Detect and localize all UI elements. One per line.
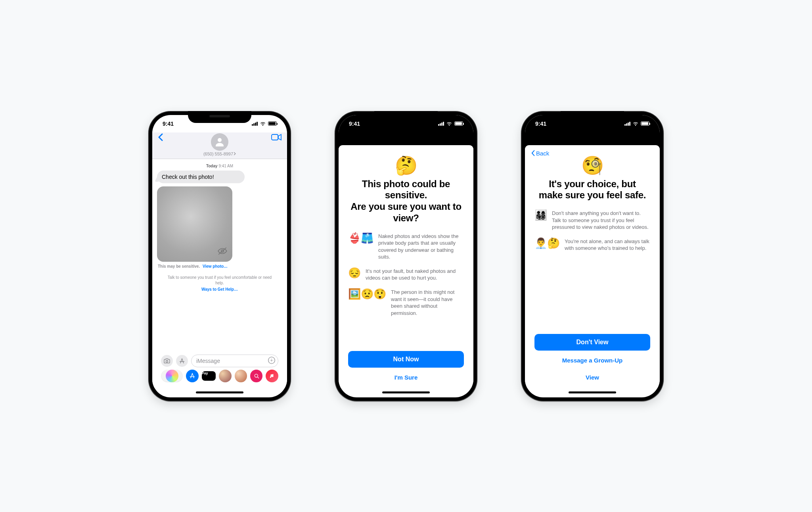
counselor-icon: 👨‍💼🤔 bbox=[534, 238, 560, 248]
monocle-face-icon: 🧐 bbox=[534, 155, 650, 176]
sheet-title: It's your choice, but make sure you feel… bbox=[536, 178, 649, 201]
iphone-device-your-choice: 9:41 Back 🧐 It's your choice, but make s… bbox=[521, 111, 664, 401]
wifi-icon bbox=[446, 121, 452, 126]
cellular-signal-icon bbox=[438, 122, 444, 126]
app-tray-handle[interactable] bbox=[161, 370, 183, 382]
home-indicator[interactable] bbox=[525, 388, 660, 397]
svg-marker-1 bbox=[278, 134, 281, 140]
svg-line-11 bbox=[192, 373, 194, 378]
eye-off-icon bbox=[217, 247, 228, 257]
swimwear-icon: 👙🩳 bbox=[348, 233, 373, 243]
svg-line-10 bbox=[191, 373, 192, 378]
your-choice-sheet: Back 🧐 It's your choice, but make sure y… bbox=[525, 145, 660, 388]
app-drawer-button[interactable] bbox=[176, 355, 188, 367]
svg-point-2 bbox=[218, 138, 222, 142]
status-bar: 9:41 bbox=[152, 115, 287, 132]
info-point: 👨‍👩‍👧‍👦 Don't share anything you don't w… bbox=[534, 210, 650, 231]
sheet-title: This photo could be sensitive. Are you s… bbox=[350, 178, 462, 224]
info-point: 🖼️😟😲 The person in this might not want i… bbox=[348, 289, 464, 316]
dictation-button[interactable] bbox=[268, 356, 276, 365]
help-block: Talk to someone you trust if you feel un… bbox=[163, 275, 276, 292]
ways-to-get-help-link[interactable]: Ways to Get Help… bbox=[163, 287, 276, 292]
status-time: 9:41 bbox=[349, 121, 360, 127]
iphone-device-sensitive-confirm: 9:41 🤔 This photo could be sensitive. Ar… bbox=[335, 111, 477, 401]
back-button[interactable] bbox=[158, 133, 163, 143]
im-sure-button[interactable]: I'm Sure bbox=[348, 370, 464, 385]
chevron-right-icon bbox=[234, 152, 236, 155]
app-store-icon[interactable] bbox=[186, 370, 198, 382]
status-time: 9:41 bbox=[163, 121, 174, 127]
incoming-message-bubble: Check out this photo! bbox=[157, 171, 245, 183]
home-indicator[interactable] bbox=[339, 388, 473, 397]
memoji-app-icon-2[interactable] bbox=[235, 370, 247, 382]
cellular-signal-icon bbox=[252, 122, 258, 126]
wifi-icon bbox=[260, 121, 266, 126]
back-button[interactable]: Back bbox=[531, 150, 549, 157]
app-strip[interactable]: Pay bbox=[161, 368, 278, 384]
sensitive-confirm-sheet: 🤔 This photo could be sensitive. Are you… bbox=[339, 145, 473, 388]
view-photo-link[interactable]: View photo… bbox=[203, 264, 228, 268]
apple-pay-icon[interactable]: Pay bbox=[202, 371, 216, 381]
status-bar: 9:41 bbox=[339, 115, 473, 132]
view-button[interactable]: View bbox=[534, 370, 650, 385]
camera-button[interactable] bbox=[161, 355, 173, 367]
iphone-device-messages: 9:41 (650) 555-8997 bbox=[148, 111, 291, 401]
battery-icon bbox=[268, 121, 277, 126]
wifi-icon bbox=[632, 121, 639, 126]
contact-avatar[interactable] bbox=[211, 133, 228, 151]
info-point: 👨‍💼🤔 You're not alone, and can always ta… bbox=[534, 238, 650, 252]
memoji-app-icon-1[interactable] bbox=[219, 370, 231, 382]
compose-row: iMessage bbox=[161, 352, 278, 368]
svg-line-14 bbox=[257, 377, 259, 378]
status-bar: 9:41 bbox=[525, 115, 660, 132]
info-point: 😔 It's not your fault, but naked photos … bbox=[348, 268, 464, 282]
video-call-button[interactable] bbox=[271, 134, 282, 142]
hashtag-images-app-icon[interactable] bbox=[250, 370, 262, 382]
messages-header: (650) 555-8997 bbox=[152, 132, 287, 159]
sensitive-photo-preview[interactable] bbox=[157, 186, 232, 262]
svg-point-5 bbox=[166, 360, 168, 362]
not-now-button[interactable]: Not Now bbox=[348, 351, 464, 368]
thinking-face-icon: 🤔 bbox=[348, 155, 464, 176]
battery-icon bbox=[454, 121, 463, 126]
svg-rect-0 bbox=[272, 134, 278, 140]
svg-line-6 bbox=[180, 359, 182, 363]
cellular-signal-icon bbox=[624, 122, 630, 126]
chevron-left-icon bbox=[531, 150, 535, 156]
dont-view-button[interactable]: Don't View bbox=[534, 334, 650, 351]
home-indicator[interactable] bbox=[152, 388, 287, 397]
svg-point-13 bbox=[255, 374, 258, 377]
message-grownup-button[interactable]: Message a Grown-Up bbox=[534, 353, 650, 368]
family-icon: 👨‍👩‍👧‍👦 bbox=[534, 210, 547, 220]
photos-app-icon[interactable] bbox=[166, 370, 178, 382]
status-time: 9:41 bbox=[535, 121, 546, 127]
music-app-icon[interactable] bbox=[266, 370, 278, 382]
sensitive-caption: This may be sensitive. View photo… bbox=[158, 264, 282, 268]
sad-face-icon: 😔 bbox=[348, 268, 361, 278]
message-timestamp: Today 9:41 AM bbox=[157, 164, 282, 168]
messages-body: Today 9:41 AM Check out this photo! This… bbox=[152, 159, 287, 388]
svg-line-7 bbox=[182, 359, 184, 363]
contact-phone-label: (650) 555-8997 bbox=[203, 151, 233, 156]
contact-name-button[interactable]: (650) 555-8997 bbox=[203, 151, 236, 156]
info-point: 👙🩳 Naked photos and videos show the priv… bbox=[348, 233, 464, 261]
picture-frame-icon: 🖼️😟😲 bbox=[348, 289, 386, 299]
battery-icon bbox=[641, 121, 649, 126]
imessage-input[interactable]: iMessage bbox=[191, 355, 278, 367]
